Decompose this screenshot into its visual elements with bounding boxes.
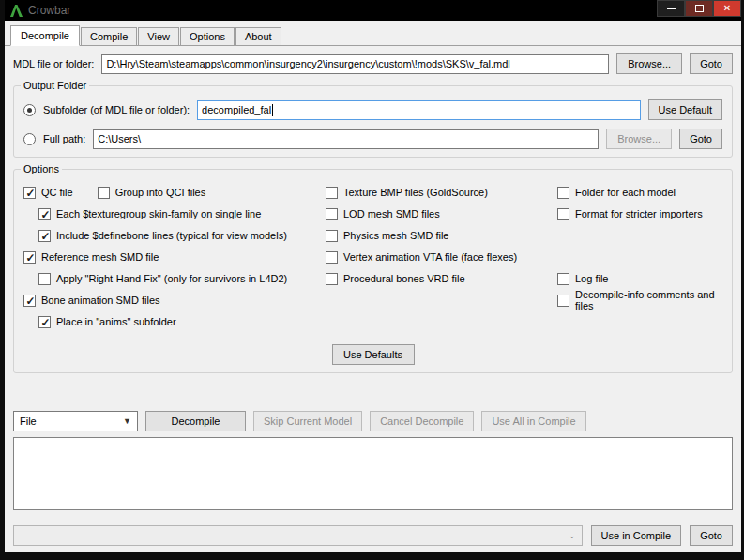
full-path-browse-button[interactable]: Browse...	[606, 129, 672, 149]
checkbox-label: LOD mesh SMD files	[343, 208, 440, 219]
checkbox-group-into-qci[interactable]: Group into QCI files	[98, 185, 206, 200]
options-title: Options	[21, 163, 62, 174]
checkbox-label: Format for stricter importers	[575, 208, 703, 219]
tab-compile[interactable]: Compile	[81, 27, 137, 45]
checkbox-label: Group into QCI files	[115, 187, 206, 198]
full-path-radio[interactable]	[23, 133, 36, 145]
crowbar-window: Crowbar ✕ Decompile Compile View Options…	[0, 0, 744, 560]
checkbox-place-in-anims[interactable]: Place in "anims" subfolder	[38, 314, 326, 329]
checkbox-label: Folder for each model	[575, 187, 676, 198]
checkbox-bone-animation-smd[interactable]: Bone animation SMD files	[23, 293, 326, 308]
mdl-file-label: MDL file or folder:	[13, 58, 94, 69]
checkbox-box	[326, 208, 338, 220]
mdl-file-row: MDL file or folder: Browse... Goto	[13, 53, 733, 74]
full-path-goto-button[interactable]: Goto	[679, 129, 722, 149]
checkbox-texture-bmp[interactable]: Texture BMP files (GoldSource)	[326, 185, 557, 200]
checkbox-reference-mesh-smd[interactable]: Reference mesh SMD file	[23, 250, 326, 265]
tab-about[interactable]: About	[235, 27, 281, 45]
checkbox-box	[326, 187, 338, 199]
checkbox-label: Log file	[575, 273, 608, 284]
action-bar: File ▼ Decompile Skip Current Model Canc…	[13, 411, 733, 431]
checkbox-label: Decompile-info comments and files	[575, 289, 722, 311]
options-column-2: Texture BMP files (GoldSource) LOD mesh …	[326, 185, 557, 336]
checkbox-decompile-info[interactable]: Decompile-info comments and files	[557, 293, 722, 308]
use-defaults-button[interactable]: Use Defaults	[332, 344, 415, 365]
tab-decompile[interactable]: Decompile	[10, 25, 80, 46]
chevron-down-icon: ⌄	[569, 531, 576, 540]
column-spacer	[557, 228, 722, 271]
options-column-3: Folder for each model Format for stricte…	[557, 185, 722, 336]
checkbox-box	[557, 273, 569, 285]
checkbox-label: QC file	[41, 187, 73, 198]
checkbox-label: Apply "Right-Hand Fix" (only for survivo…	[56, 273, 287, 284]
minimize-button[interactable]	[657, 0, 685, 17]
checkbox-stricter-importers[interactable]: Format for stricter importers	[557, 206, 722, 221]
output-folder-group: Output Folder Subfolder (of MDL file or …	[13, 85, 733, 158]
checkbox-box	[38, 208, 51, 220]
close-button[interactable]: ✕	[713, 0, 741, 17]
mdl-file-input[interactable]	[101, 54, 609, 74]
options-column-1: QC file Group into QCI files Each $textu…	[23, 185, 326, 336]
checkbox-lod-mesh-smd[interactable]: LOD mesh SMD files	[326, 206, 557, 221]
checkbox-qc-file[interactable]: QC file	[23, 185, 73, 200]
skip-current-model-button[interactable]: Skip Current Model	[253, 411, 362, 431]
subfolder-value: decompiled_fal	[202, 104, 271, 115]
window-title: Crowbar	[28, 4, 657, 17]
decompile-tab-page: MDL file or folder: Browse... Goto Outpu…	[5, 46, 741, 552]
checkbox-box	[557, 295, 569, 307]
use-in-compile-button[interactable]: Use in Compile	[591, 525, 682, 546]
checkbox-label: Place in "anims" subfolder	[56, 316, 176, 327]
checkbox-box	[326, 230, 338, 242]
checkbox-label: Bone animation SMD files	[41, 295, 160, 306]
decompile-button[interactable]: Decompile	[145, 411, 246, 431]
mdl-browse-button[interactable]: Browse...	[616, 53, 682, 74]
checkbox-box	[557, 208, 569, 220]
close-icon: ✕	[723, 4, 731, 13]
bottom-bar: ⌄ Use in Compile Goto	[13, 525, 733, 546]
checkbox-box	[23, 251, 36, 264]
tab-options[interactable]: Options	[180, 27, 235, 45]
checkbox-label: Reference mesh SMD file	[41, 251, 159, 263]
window-controls: ✕	[657, 0, 741, 17]
full-path-label: Full path:	[43, 133, 85, 144]
full-path-row: Full path: Browse... Goto	[23, 129, 722, 149]
maximize-button[interactable]	[685, 0, 713, 17]
full-path-input[interactable]	[93, 129, 599, 149]
checkbox-box	[23, 295, 36, 307]
options-group: Options QC file Group into QCI files	[13, 169, 733, 373]
checkbox-folder-for-each-model[interactable]: Folder for each model	[557, 185, 722, 200]
decompiled-path-dropdown[interactable]: ⌄	[13, 525, 583, 546]
cancel-decompile-button[interactable]: Cancel Decompile	[370, 411, 474, 431]
checkbox-log-file[interactable]: Log file	[557, 271, 722, 286]
checkbox-box	[38, 316, 51, 328]
subfolder-radio[interactable]	[23, 104, 36, 116]
log-output-area[interactable]	[13, 437, 733, 510]
checkbox-box	[23, 187, 36, 199]
decompile-mode-dropdown[interactable]: File ▼	[13, 411, 138, 431]
checkbox-box	[98, 187, 110, 199]
checkbox-label: Each $texturegroup skin-family on single…	[56, 208, 261, 219]
checkbox-label: Include $definebone lines (typical for v…	[56, 230, 287, 241]
checkbox-label: Physics mesh SMD file	[343, 230, 448, 241]
checkbox-vertex-animation-vta[interactable]: Vertex animation VTA file (face flexes)	[326, 250, 557, 265]
checkbox-include-definebone[interactable]: Include $definebone lines (typical for v…	[38, 228, 326, 243]
checkbox-box	[326, 251, 338, 264]
subfolder-row: Subfolder (of MDL file or folder): decom…	[23, 99, 722, 120]
use-default-button[interactable]: Use Default	[648, 99, 722, 120]
checkbox-texturegroup-single-line[interactable]: Each $texturegroup skin-family on single…	[38, 206, 326, 221]
bottom-goto-button[interactable]: Goto	[690, 525, 733, 546]
tab-view[interactable]: View	[138, 27, 179, 45]
qc-file-pair: QC file Group into QCI files	[23, 185, 326, 206]
checkbox-box	[38, 230, 51, 242]
titlebar: Crowbar ✕	[5, 0, 741, 21]
use-all-in-compile-button[interactable]: Use All in Compile	[481, 411, 585, 431]
crowbar-logo-icon	[8, 2, 24, 19]
checkbox-right-hand-fix[interactable]: Apply "Right-Hand Fix" (only for survivo…	[38, 271, 326, 286]
checkbox-procedural-bones-vrd[interactable]: Procedural bones VRD file	[326, 271, 557, 286]
options-columns: QC file Group into QCI files Each $textu…	[23, 185, 722, 336]
mdl-goto-button[interactable]: Goto	[690, 53, 733, 74]
checkbox-label: Procedural bones VRD file	[343, 273, 465, 284]
subfolder-input[interactable]: decompiled_fal	[197, 100, 640, 120]
checkbox-physics-mesh-smd[interactable]: Physics mesh SMD file	[326, 228, 557, 243]
checkbox-label: Texture BMP files (GoldSource)	[343, 187, 488, 198]
